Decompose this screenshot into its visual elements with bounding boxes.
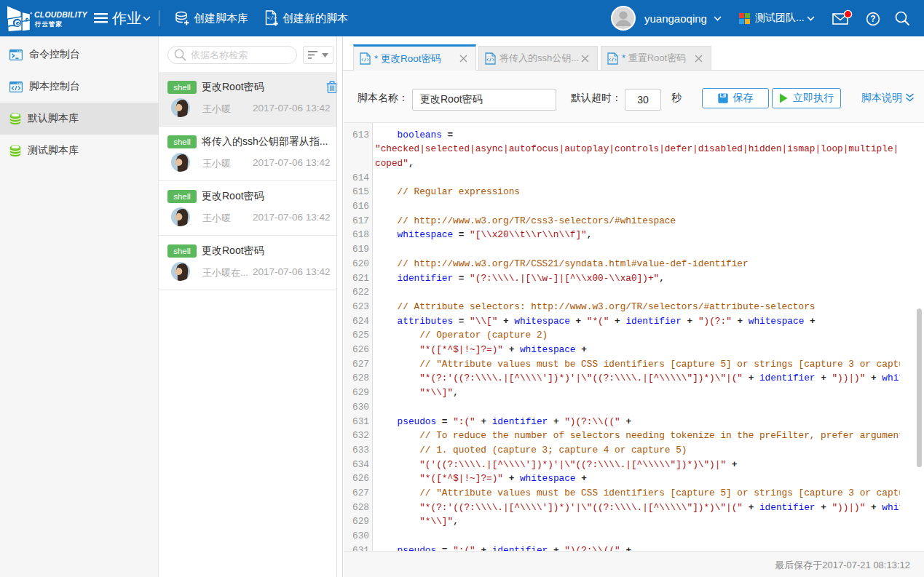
svg-text:?: ? xyxy=(870,14,875,24)
svg-text:</>: </> xyxy=(267,15,277,21)
